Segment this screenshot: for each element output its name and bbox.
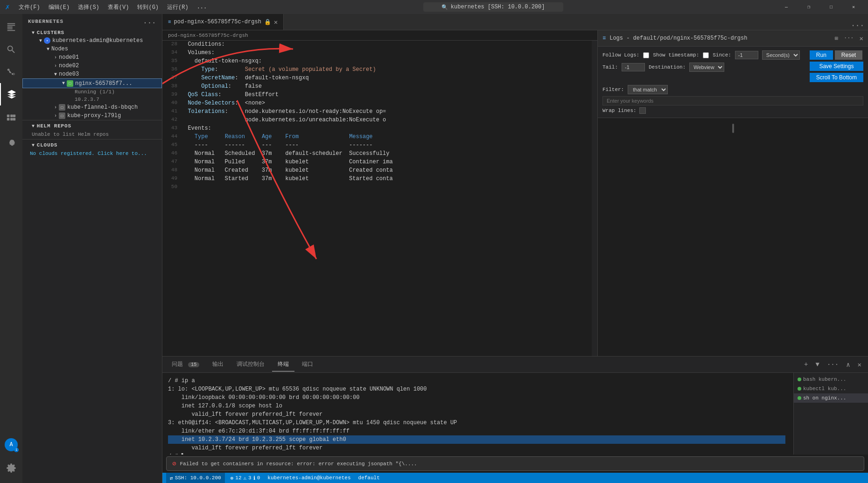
maximize-button[interactable]: □	[820, 0, 842, 14]
helm-label: HELM REPOS	[37, 123, 71, 129]
sidebar-item-kube-proxy[interactable]: › □ kube-proxy-l79lg	[22, 112, 162, 120]
scroll-to-bottom-button[interactable]: Scroll To Bottom	[810, 73, 863, 82]
sidebar-more-button[interactable]: ...	[143, 18, 156, 25]
logs-content[interactable]	[598, 118, 868, 356]
terminal-split-button[interactable]: ▼	[813, 359, 822, 370]
restore-button[interactable]: ❐	[798, 0, 819, 14]
code-line-41: 41 Tolerations: node.kubernetes.io/not-r…	[162, 108, 592, 116]
pod-action-view[interactable]: 👁	[134, 80, 142, 87]
destination-select[interactable]: Webview	[689, 63, 724, 72]
minimize-button[interactable]: —	[776, 0, 797, 14]
seconds-select[interactable]: Second(s)	[762, 50, 800, 60]
run-button[interactable]: Run	[810, 50, 833, 60]
destination-label: Destination:	[649, 64, 686, 70]
tab-pod-nginx[interactable]: ≡ pod-nginx-565785f75c-drgsh 🔒 ✕	[162, 14, 284, 30]
follow-logs-checkbox[interactable]	[643, 52, 649, 58]
menu-run[interactable]: 运行(R)	[163, 2, 192, 12]
terminal-line-3: inet 127.0.0.1/8 scope host lo	[168, 402, 785, 410]
logs-title: Logs - default/pod/nginx-565785f75c-drgs…	[609, 35, 831, 42]
activity-kubernetes[interactable]	[0, 83, 22, 105]
filter-keywords-input[interactable]	[602, 96, 863, 105]
logs-follow-row: Follow Logs: Show timestamp: Since: Seco…	[602, 50, 806, 60]
activity-settings-bottom[interactable]	[0, 132, 22, 154]
panel-close-button[interactable]: ✕	[855, 359, 864, 371]
tab-output[interactable]: 输出	[207, 357, 229, 371]
activity-extensions[interactable]	[0, 105, 22, 128]
logs-more-button[interactable]: ···	[844, 35, 854, 42]
clusters-section-header[interactable]: ▼ CLUSTERS	[22, 29, 162, 36]
breadcrumb-text: pod-nginx-565785f75c-drgsh	[168, 33, 248, 38]
activity-search[interactable]	[0, 38, 22, 61]
menu-file[interactable]: 文件(F)	[15, 2, 44, 12]
panel-maximize-button[interactable]: ∧	[843, 359, 853, 371]
terminal-tab-bash-label: bash kubern...	[803, 377, 846, 382]
close-button[interactable]: ✕	[843, 0, 864, 14]
terminal-tab-kubectl[interactable]: kubectl kub...	[794, 384, 868, 393]
tab-more-button[interactable]: ···	[847, 21, 868, 30]
proxy-icon: □	[59, 112, 65, 119]
clouds-register-link[interactable]: No clouds registered. Click here to...	[22, 149, 162, 158]
editor-split: pod-nginx-565785f75c-drgsh 28 Conditions…	[162, 30, 868, 356]
reset-button[interactable]: Reset	[835, 50, 862, 60]
sidebar-pod-ip: 10.2.3.7	[22, 96, 162, 103]
sidebar-item-cluster[interactable]: ▼ ✦ kubernetes-admin@kubernetes	[22, 36, 162, 45]
logs-split-button[interactable]: ⊞	[835, 35, 838, 42]
activity-explorer[interactable]	[0, 16, 22, 38]
activity-manage[interactable]	[0, 457, 22, 479]
node03-chevron: ▼	[54, 72, 57, 77]
pod-action-terminal[interactable]: ⊞	[152, 80, 158, 87]
error-count: 12	[235, 475, 241, 481]
logs-close-button[interactable]: ✕	[860, 35, 863, 42]
activity-source-control[interactable]	[0, 61, 22, 83]
activity-avatar[interactable]: A 1	[0, 434, 22, 457]
node02-chevron: ›	[54, 63, 57, 69]
menu-more[interactable]: ...	[193, 3, 211, 11]
problems-badge: 15	[188, 362, 199, 367]
terminal-tab-sh[interactable]: sh on nginx...	[794, 393, 868, 403]
terminal-tab-bash[interactable]: bash kubern...	[794, 375, 868, 384]
main-layout: A 1 KUBERNETES ... ▼ CLUSTERS ▼ ✦ kubern…	[0, 14, 868, 483]
since-input[interactable]	[735, 51, 758, 59]
avatar-badge: 1	[14, 448, 19, 452]
nodes-chevron: ▼	[47, 47, 49, 52]
menu-edit[interactable]: 编辑(E)	[45, 2, 74, 12]
terminal-prompt: / # ▌	[168, 452, 785, 455]
clouds-section-header[interactable]: ▼ CLOUDS	[22, 141, 162, 149]
sidebar-item-nginx-pod[interactable]: ▼ □ nginx-565785f7... 👁 ☰ ⊞	[22, 78, 162, 88]
tab-problems[interactable]: 问题 15	[166, 357, 205, 371]
wrap-lines-checkbox[interactable]	[639, 107, 646, 114]
code-line-42: 42 node.kubernetes.io/unreachable:NoExec…	[162, 116, 592, 125]
code-editor[interactable]: 28 Conditions: 34 Volumes: 35 default-to…	[162, 41, 592, 356]
pod-action-list[interactable]: ☰	[143, 80, 151, 87]
tab-terminal[interactable]: 终端	[272, 357, 294, 371]
show-timestamp-checkbox[interactable]	[703, 52, 709, 58]
menu-goto[interactable]: 转到(G)	[133, 2, 162, 12]
status-cluster[interactable]: kubernetes-admin@kubernetes	[266, 475, 352, 481]
logs-panel: ≡ Logs - default/pod/nginx-565785f75c-dr…	[597, 30, 868, 356]
sidebar-item-kube-flannel[interactable]: › □ kube-flannel-ds-bbqch	[22, 103, 162, 112]
terminal-area[interactable]: / # ip a 1: lo: <LOOPBACK,UP,LOWER_UP> m…	[162, 373, 791, 455]
sidebar-item-nodes[interactable]: ▼ Nodes	[22, 45, 162, 53]
menu-select[interactable]: 选择(S)	[74, 2, 103, 12]
title-search[interactable]: 🔍 kubernetes [SSH: 10.0.0.200]	[423, 2, 563, 12]
flannel-label: kube-flannel-ds-bbqch	[67, 104, 138, 111]
status-problems[interactable]: ⊗ 12 ⚠ 3 ℹ 0	[229, 475, 262, 481]
sidebar-item-node01[interactable]: › node01	[22, 53, 162, 62]
status-ssh[interactable]: ⇄ SSH: 10.0.0.200	[166, 473, 225, 483]
sidebar-item-node03[interactable]: ▼ node03	[22, 70, 162, 78]
tab-ports[interactable]: 端口	[296, 357, 319, 371]
pod-chevron: ▼	[62, 81, 65, 86]
menu-view[interactable]: 查看(V)	[104, 2, 133, 12]
new-terminal-button[interactable]: +	[801, 359, 811, 370]
status-namespace[interactable]: default	[357, 475, 382, 481]
tab-close-button[interactable]: ✕	[274, 18, 278, 26]
node01-label: node01	[59, 54, 79, 61]
helm-section-header[interactable]: ▼ HELM REPOS	[22, 122, 162, 130]
tab-debug-console[interactable]: 调试控制台	[231, 357, 270, 371]
terminal-more-button[interactable]: ···	[824, 359, 841, 370]
filter-type-select[interactable]: that match	[628, 85, 668, 94]
save-settings-button[interactable]: Save Settings	[810, 62, 863, 71]
svg-rect-5	[7, 118, 10, 121]
tail-input[interactable]	[622, 63, 645, 71]
sidebar-item-node02[interactable]: › node02	[22, 62, 162, 70]
